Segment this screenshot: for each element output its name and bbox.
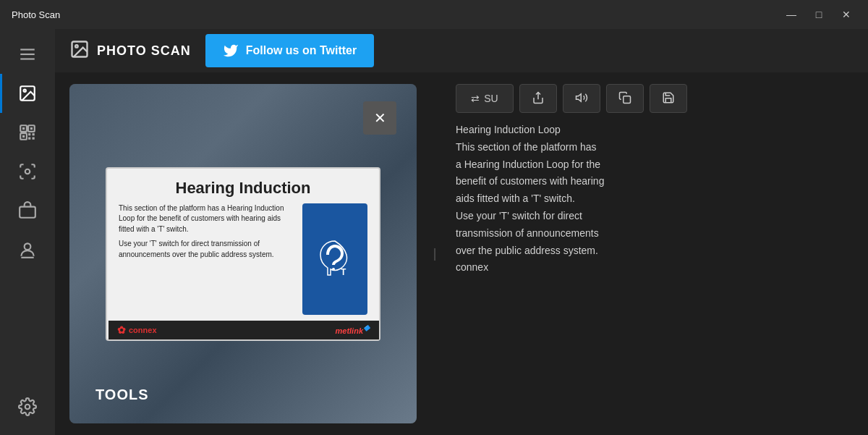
tools-label: TOOLS (95, 387, 149, 403)
sidebar-item-settings[interactable] (0, 387, 55, 426)
sidebar-item-shopping[interactable] (0, 191, 55, 230)
svg-point-4 (24, 90, 26, 92)
sidebar-item-scan[interactable] (0, 152, 55, 191)
sidebar-bottom (0, 387, 55, 435)
svg-point-21 (75, 45, 78, 47)
window-controls: — □ ✕ (778, 4, 859, 25)
sidebar-item-person[interactable] (0, 230, 55, 269)
image-panel: Hearing Induction This section of the pl… (55, 72, 431, 435)
ocr-line-5: aids fitted with a 'T' switch. (456, 190, 851, 208)
panel-divider[interactable] (431, 72, 438, 435)
svg-rect-10 (22, 135, 25, 138)
image-container: Hearing Induction This section of the pl… (69, 84, 417, 423)
translate-label: SU (484, 93, 498, 104)
svg-point-17 (25, 243, 31, 250)
save-button[interactable] (650, 84, 687, 113)
svg-point-22 (332, 268, 335, 271)
svg-rect-12 (33, 133, 35, 135)
ocr-line-7: transmission of announcements (456, 225, 851, 242)
svg-rect-16 (20, 207, 35, 218)
save-icon (662, 91, 675, 106)
translate-button[interactable]: ⇄ SU (456, 84, 514, 113)
share-icon (532, 91, 545, 106)
app-body: PHOTO SCAN Follow us on Twitter Hearing … (0, 29, 868, 435)
copy-button[interactable] (606, 84, 644, 113)
image-icon (18, 84, 37, 103)
copy-icon (618, 91, 631, 106)
svg-text:T: T (341, 267, 346, 277)
sidebar-item-photo-scan[interactable] (0, 74, 55, 113)
sign-icon-box: T (302, 203, 367, 315)
header-title: PHOTO SCAN (97, 43, 191, 59)
title-bar: Photo Scan — □ ✕ (0, 0, 868, 29)
maximize-button[interactable]: □ (806, 4, 832, 25)
qr-icon (18, 123, 37, 142)
twitter-follow-button[interactable]: Follow us on Twitter (205, 34, 374, 67)
sidebar-item-menu[interactable] (0, 35, 55, 74)
hamburger-icon (18, 45, 37, 64)
shopping-icon (18, 201, 37, 220)
hearing-icon: T (313, 237, 357, 281)
svg-marker-25 (576, 93, 582, 101)
sign-paragraph1: This section of the platform has a Heari… (119, 203, 294, 235)
ocr-line-8: over the public address system. (456, 242, 851, 260)
svg-rect-11 (28, 133, 30, 135)
sidebar-item-qr[interactable] (0, 113, 55, 152)
ocr-line-4: benefit of customers with hearing (456, 173, 851, 190)
ocr-line-3: a Hearing Induction Loop for the (456, 156, 851, 174)
app-title: Photo Scan (12, 9, 60, 20)
sidebar (0, 29, 55, 435)
ocr-toolbar: ⇄ SU (456, 84, 851, 113)
sign-title: Hearing Induction (119, 179, 367, 198)
ocr-line-6: Use your 'T' switch for direct (456, 208, 851, 225)
sign-text: This section of the platform has a Heari… (119, 203, 294, 315)
settings-icon (18, 397, 37, 416)
translate-icon: ⇄ (471, 93, 480, 104)
results-panel: ⇄ SU (438, 72, 868, 435)
sign-image: Hearing Induction This section of the pl… (106, 167, 380, 341)
close-image-button[interactable]: ✕ (363, 101, 396, 135)
twitter-label: Follow us on Twitter (246, 44, 357, 57)
header-image-icon (69, 39, 90, 62)
sign-footer-right: metlink🔷 (335, 325, 370, 335)
header-logo: PHOTO SCAN (69, 39, 191, 62)
svg-rect-26 (624, 96, 631, 103)
minimize-button[interactable]: — (778, 4, 804, 25)
scan-icon (18, 162, 37, 181)
content-area: Hearing Induction This section of the pl… (55, 72, 868, 435)
ocr-line-2: This section of the platform has (456, 139, 851, 156)
svg-rect-8 (22, 127, 25, 130)
close-button[interactable]: ✕ (833, 4, 859, 25)
svg-point-15 (25, 169, 30, 174)
share-button[interactable] (519, 84, 557, 113)
svg-rect-14 (33, 138, 35, 140)
image-background: Hearing Induction This section of the pl… (69, 84, 417, 423)
main-content: PHOTO SCAN Follow us on Twitter Hearing … (55, 29, 868, 435)
ocr-line-1: Hearing Induction Loop (456, 122, 851, 139)
audio-button[interactable] (563, 84, 600, 113)
svg-rect-13 (28, 138, 30, 140)
ocr-line-9: connex (456, 259, 851, 276)
svg-point-19 (25, 405, 30, 410)
person-icon (18, 240, 37, 259)
audio-icon (575, 91, 588, 106)
header: PHOTO SCAN Follow us on Twitter (55, 29, 868, 72)
sign-body: This section of the platform has a Heari… (119, 203, 367, 315)
close-icon: ✕ (374, 109, 386, 127)
sign-paragraph2: Use your 'T' switch for direct transmiss… (119, 239, 294, 260)
twitter-icon (223, 43, 239, 59)
ocr-text-result: Hearing Induction Loop This section of t… (456, 122, 851, 276)
svg-rect-9 (30, 127, 33, 130)
sign-footer: ✿ connex metlink🔷 (109, 321, 379, 339)
sign-footer-left: ✿ connex (117, 324, 157, 336)
